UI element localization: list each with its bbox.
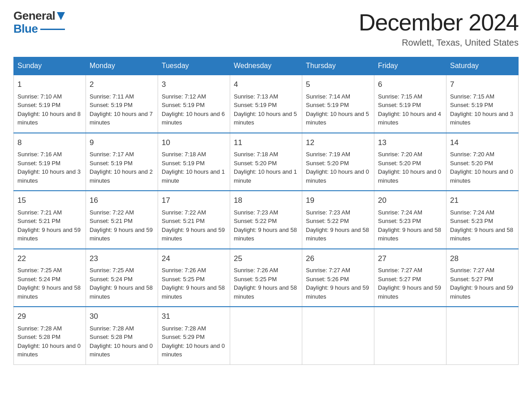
sunrise-label: Sunrise: 7:24 AM xyxy=(450,209,494,216)
calendar-cell: 23 Sunrise: 7:25 AM Sunset: 5:24 PM Dayl… xyxy=(86,249,158,307)
calendar-cell: 26 Sunrise: 7:27 AM Sunset: 5:26 PM Dayl… xyxy=(302,249,374,307)
day-number: 1 xyxy=(17,79,82,90)
daylight-label: Daylight: 10 hours and 0 minutes xyxy=(378,168,441,184)
daylight-label: Daylight: 10 hours and 3 minutes xyxy=(17,168,81,184)
sunrise-label: Sunrise: 7:11 AM xyxy=(90,93,134,100)
calendar-table: Sunday Monday Tuesday Wednesday Thursday… xyxy=(13,57,519,365)
day-number: 25 xyxy=(234,253,298,265)
sunrise-label: Sunrise: 7:13 AM xyxy=(234,93,278,100)
sunset-label: Sunset: 5:21 PM xyxy=(17,218,60,224)
sunset-label: Sunset: 5:19 PM xyxy=(378,102,421,108)
calendar-cell: 11 Sunrise: 7:18 AM Sunset: 5:20 PM Dayl… xyxy=(230,133,302,191)
day-number: 23 xyxy=(90,253,154,265)
sunrise-label: Sunrise: 7:22 AM xyxy=(90,209,134,216)
calendar-cell: 31 Sunrise: 7:28 AM Sunset: 5:29 PM Dayl… xyxy=(158,307,230,364)
sunrise-label: Sunrise: 7:22 AM xyxy=(162,209,206,216)
calendar-cell: 30 Sunrise: 7:28 AM Sunset: 5:28 PM Dayl… xyxy=(86,307,158,364)
calendar-cell: 8 Sunrise: 7:16 AM Sunset: 5:19 PM Dayli… xyxy=(14,133,86,191)
calendar-cell: 7 Sunrise: 7:15 AM Sunset: 5:19 PM Dayli… xyxy=(446,75,519,133)
sunset-label: Sunset: 5:19 PM xyxy=(162,102,205,108)
sunrise-label: Sunrise: 7:26 AM xyxy=(162,267,206,274)
location-subtitle: Rowlett, Texas, United States xyxy=(359,38,519,48)
calendar-cell xyxy=(374,307,446,364)
sunset-label: Sunset: 5:19 PM xyxy=(90,160,133,167)
sunrise-label: Sunrise: 7:20 AM xyxy=(450,151,494,158)
sunrise-label: Sunrise: 7:25 AM xyxy=(90,267,134,274)
day-number: 5 xyxy=(306,79,370,90)
daylight-label: Daylight: 10 hours and 3 minutes xyxy=(450,111,513,126)
sunset-label: Sunset: 5:23 PM xyxy=(450,218,493,224)
title-area: December 2024 Rowlett, Texas, United Sta… xyxy=(359,9,519,48)
sunset-label: Sunset: 5:28 PM xyxy=(17,334,60,340)
day-number: 2 xyxy=(90,79,154,90)
calendar-cell: 9 Sunrise: 7:17 AM Sunset: 5:19 PM Dayli… xyxy=(86,133,158,191)
svg-marker-0 xyxy=(57,12,65,20)
day-number: 27 xyxy=(378,253,442,265)
logo-general-text: General xyxy=(13,9,55,23)
day-number: 4 xyxy=(234,79,298,90)
daylight-label: Daylight: 9 hours and 58 minutes xyxy=(162,284,225,300)
calendar-cell: 5 Sunrise: 7:14 AM Sunset: 5:19 PM Dayli… xyxy=(302,75,374,133)
sunset-label: Sunset: 5:29 PM xyxy=(162,334,205,340)
calendar-cell: 16 Sunrise: 7:22 AM Sunset: 5:21 PM Dayl… xyxy=(86,191,158,249)
calendar-week-5: 29 Sunrise: 7:28 AM Sunset: 5:28 PM Dayl… xyxy=(14,307,519,364)
calendar-cell: 1 Sunrise: 7:10 AM Sunset: 5:19 PM Dayli… xyxy=(14,75,86,133)
day-number: 29 xyxy=(17,311,82,322)
calendar-cell xyxy=(446,307,519,364)
sunrise-label: Sunrise: 7:27 AM xyxy=(450,267,494,274)
sunrise-label: Sunrise: 7:12 AM xyxy=(162,93,206,100)
sunrise-label: Sunrise: 7:21 AM xyxy=(17,209,62,216)
calendar-cell: 3 Sunrise: 7:12 AM Sunset: 5:19 PM Dayli… xyxy=(158,75,230,133)
logo: General Blue xyxy=(13,9,65,36)
sunset-label: Sunset: 5:19 PM xyxy=(17,160,60,167)
daylight-label: Daylight: 10 hours and 0 minutes xyxy=(90,342,153,358)
header-row: Sunday Monday Tuesday Wednesday Thursday… xyxy=(14,57,519,75)
calendar-cell: 18 Sunrise: 7:23 AM Sunset: 5:22 PM Dayl… xyxy=(230,191,302,249)
col-sunday: Sunday xyxy=(14,57,86,75)
daylight-label: Daylight: 9 hours and 58 minutes xyxy=(450,227,513,242)
sunset-label: Sunset: 5:26 PM xyxy=(306,276,349,283)
calendar-cell: 6 Sunrise: 7:15 AM Sunset: 5:19 PM Dayli… xyxy=(374,75,446,133)
calendar-cell xyxy=(230,307,302,364)
sunrise-label: Sunrise: 7:14 AM xyxy=(306,93,350,100)
daylight-label: Daylight: 10 hours and 2 minutes xyxy=(90,168,153,184)
col-saturday: Saturday xyxy=(446,57,519,75)
calendar-week-3: 15 Sunrise: 7:21 AM Sunset: 5:21 PM Dayl… xyxy=(14,191,519,249)
logo-triangle-icon xyxy=(57,12,65,20)
day-number: 12 xyxy=(306,137,370,149)
calendar-cell: 27 Sunrise: 7:27 AM Sunset: 5:27 PM Dayl… xyxy=(374,249,446,307)
calendar-cell: 22 Sunrise: 7:25 AM Sunset: 5:24 PM Dayl… xyxy=(14,249,86,307)
sunset-label: Sunset: 5:19 PM xyxy=(450,102,493,108)
sunrise-label: Sunrise: 7:18 AM xyxy=(234,151,278,158)
calendar-cell: 14 Sunrise: 7:20 AM Sunset: 5:20 PM Dayl… xyxy=(446,133,519,191)
day-number: 21 xyxy=(450,195,515,206)
daylight-label: Daylight: 10 hours and 1 minute xyxy=(234,168,297,184)
sunrise-label: Sunrise: 7:28 AM xyxy=(90,325,134,332)
calendar-cell: 25 Sunrise: 7:26 AM Sunset: 5:25 PM Dayl… xyxy=(230,249,302,307)
sunset-label: Sunset: 5:21 PM xyxy=(162,218,205,224)
calendar-week-1: 1 Sunrise: 7:10 AM Sunset: 5:19 PM Dayli… xyxy=(14,75,519,133)
sunset-label: Sunset: 5:27 PM xyxy=(450,276,493,283)
day-number: 30 xyxy=(90,311,154,322)
sunrise-label: Sunrise: 7:26 AM xyxy=(234,267,278,274)
daylight-label: Daylight: 9 hours and 59 minutes xyxy=(162,227,225,242)
calendar-cell: 4 Sunrise: 7:13 AM Sunset: 5:19 PM Dayli… xyxy=(230,75,302,133)
sunrise-label: Sunrise: 7:16 AM xyxy=(17,151,62,158)
daylight-label: Daylight: 9 hours and 58 minutes xyxy=(234,284,297,300)
calendar-week-4: 22 Sunrise: 7:25 AM Sunset: 5:24 PM Dayl… xyxy=(14,249,519,307)
calendar-cell: 29 Sunrise: 7:28 AM Sunset: 5:28 PM Dayl… xyxy=(14,307,86,364)
day-number: 8 xyxy=(17,137,82,149)
calendar-cell: 28 Sunrise: 7:27 AM Sunset: 5:27 PM Dayl… xyxy=(446,249,519,307)
daylight-label: Daylight: 10 hours and 7 minutes xyxy=(90,111,153,126)
sunrise-label: Sunrise: 7:19 AM xyxy=(306,151,350,158)
sunset-label: Sunset: 5:27 PM xyxy=(378,276,421,283)
day-number: 19 xyxy=(306,195,370,206)
daylight-label: Daylight: 10 hours and 0 minutes xyxy=(306,168,369,184)
day-number: 7 xyxy=(450,79,515,90)
daylight-label: Daylight: 9 hours and 59 minutes xyxy=(90,227,153,242)
daylight-label: Daylight: 9 hours and 59 minutes xyxy=(450,284,513,300)
daylight-label: Daylight: 10 hours and 0 minutes xyxy=(162,342,225,358)
daylight-label: Daylight: 10 hours and 6 minutes xyxy=(162,111,225,126)
sunrise-label: Sunrise: 7:10 AM xyxy=(17,93,62,100)
col-wednesday: Wednesday xyxy=(230,57,302,75)
